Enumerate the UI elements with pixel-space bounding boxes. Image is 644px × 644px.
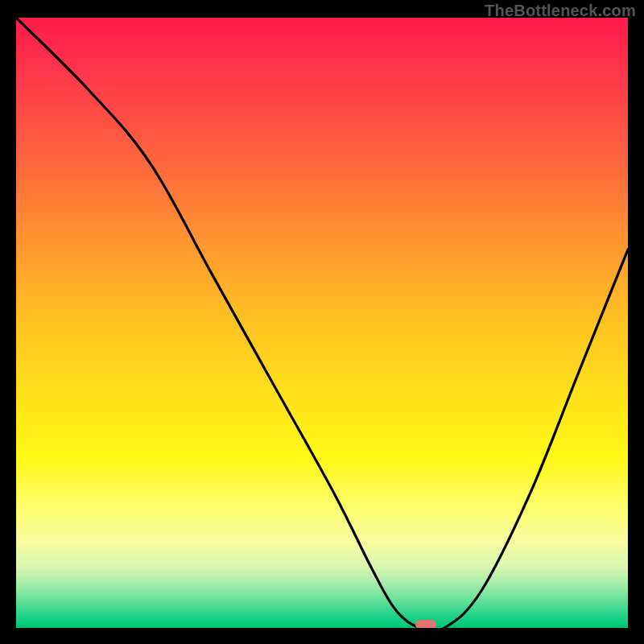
plot-area: [16, 18, 628, 628]
bottleneck-curve: [16, 18, 628, 628]
optimal-marker: [415, 620, 436, 628]
curve-path: [16, 18, 628, 628]
chart-container: TheBottleneck.com: [0, 0, 644, 644]
watermark-text: TheBottleneck.com: [485, 2, 636, 20]
